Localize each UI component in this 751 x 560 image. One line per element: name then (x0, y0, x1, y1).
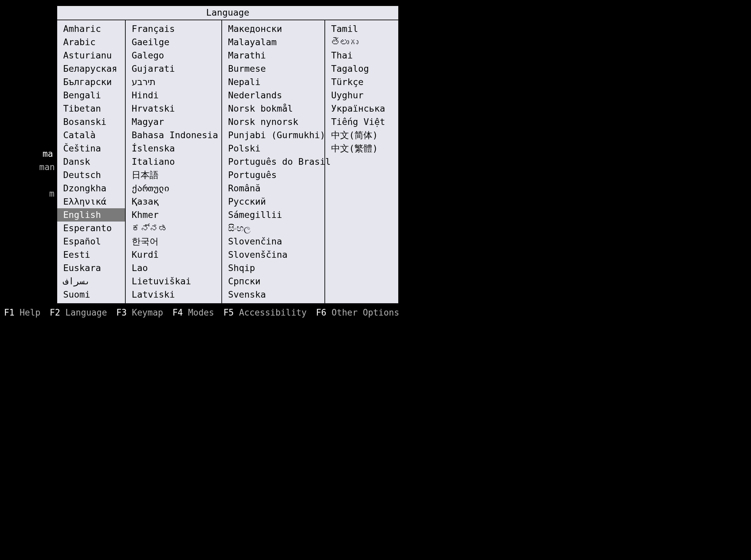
language-option[interactable]: తెలుగు (325, 36, 398, 49)
fkey-f6[interactable]: F6 Other Options (316, 307, 399, 318)
language-option[interactable]: Suomi (57, 288, 125, 301)
language-option[interactable]: Uyghur (325, 89, 398, 102)
language-option[interactable]: Tagalog (325, 62, 398, 75)
language-column: FrançaisGaeilgeGalegoGujaratiתירבעHindiH… (126, 20, 222, 303)
language-option[interactable]: Français (126, 22, 222, 36)
fkey-key: F6 (316, 307, 326, 318)
language-option[interactable]: Hrvatski (126, 102, 222, 115)
language-option[interactable]: සිංහල (222, 222, 325, 235)
language-option[interactable]: Српски (222, 275, 325, 288)
language-option[interactable]: Magyar (126, 115, 222, 128)
language-option[interactable]: Malayalam (222, 36, 325, 49)
fkey-f3[interactable]: F3 Keymap (116, 307, 163, 318)
language-option[interactable]: ىسراف (57, 275, 125, 288)
language-option[interactable]: Português (222, 168, 325, 182)
language-option[interactable]: Svenska (222, 288, 325, 301)
language-option[interactable]: Hindi (126, 89, 222, 102)
language-option[interactable]: 中文(简体) (325, 128, 398, 142)
language-option[interactable]: Marathi (222, 49, 325, 62)
fkey-key: F2 (50, 307, 60, 318)
language-dialog: Language AmharicArabicAsturianuБеларуска… (57, 5, 399, 304)
fkey-label: Language (60, 307, 107, 318)
language-option[interactable]: Tiếng Việt (325, 115, 398, 128)
language-option[interactable]: Arabic (57, 36, 125, 49)
language-option[interactable]: Русский (222, 195, 325, 208)
language-option[interactable]: Deutsch (57, 168, 125, 182)
language-option[interactable]: Punjabi (Gurmukhi) (222, 128, 325, 142)
language-column: TamilతెలుగుThaiTagalogTürkçeUyghurУкраїн… (325, 20, 398, 303)
fkey-label: Accessibility (234, 307, 307, 318)
language-option[interactable]: Esperanto (57, 222, 125, 235)
fkey-key: F1 (4, 307, 14, 318)
language-option[interactable]: Tibetan (57, 102, 125, 115)
language-option[interactable]: Bengali (57, 89, 125, 102)
bg-text: man (39, 162, 55, 172)
fkey-f4[interactable]: F4 Modes (173, 307, 214, 318)
language-option[interactable]: Sámegillii (222, 208, 325, 222)
fkey-f1[interactable]: F1 Help (4, 307, 41, 318)
language-option[interactable]: Polski (222, 142, 325, 155)
language-option[interactable]: Ελληνικά (57, 195, 125, 208)
language-option[interactable]: Português do Brasil (222, 155, 325, 168)
language-option[interactable]: Dansk (57, 155, 125, 168)
language-option[interactable]: Қазақ (126, 195, 222, 208)
language-option[interactable]: Nepali (222, 75, 325, 89)
bg-text: ma (42, 149, 53, 159)
language-option[interactable]: Kurdî (126, 248, 222, 261)
language-option[interactable]: Euskara (57, 261, 125, 275)
language-option[interactable]: 日本語 (126, 168, 222, 182)
language-option[interactable]: Română (222, 182, 325, 195)
fkey-key: F3 (116, 307, 127, 318)
language-option[interactable]: 한국어 (126, 235, 222, 248)
language-option[interactable]: Latviski (126, 288, 222, 301)
language-option[interactable]: Thai (325, 49, 398, 62)
fkey-key: F4 (173, 307, 183, 318)
language-option[interactable]: Italiano (126, 155, 222, 168)
language-option[interactable]: ქართული (126, 182, 222, 195)
language-option[interactable]: Galego (126, 49, 222, 62)
language-option[interactable]: Українська (325, 102, 398, 115)
language-option[interactable]: Türkçe (325, 75, 398, 89)
language-option[interactable]: Gaeilge (126, 36, 222, 49)
fkey-label: Keymap (127, 307, 163, 318)
language-option[interactable]: ಕನ್ನಡ (126, 222, 222, 235)
fkey-f2[interactable]: F2 Language (50, 307, 107, 318)
language-columns: AmharicArabicAsturianuБеларускаяБългарск… (57, 20, 398, 303)
fkey-label: Other Options (326, 307, 399, 318)
language-option[interactable]: Íslenska (126, 142, 222, 155)
bg-text: m (49, 189, 55, 199)
language-option[interactable]: 中文(繁體) (325, 142, 398, 155)
language-option[interactable]: Norsk bokmål (222, 102, 325, 115)
language-option[interactable]: Norsk nynorsk (222, 115, 325, 128)
fkey-bar: F1 HelpF2 LanguageF3 KeymapF4 ModesF5 Ac… (4, 307, 427, 318)
language-option[interactable]: Eesti (57, 248, 125, 261)
language-option[interactable]: Català (57, 128, 125, 142)
language-option[interactable]: Khmer (126, 208, 222, 222)
fkey-f5[interactable]: F5 Accessibility (224, 307, 307, 318)
language-option[interactable]: Shqip (222, 261, 325, 275)
language-option[interactable]: Bosanski (57, 115, 125, 128)
language-option[interactable]: Asturianu (57, 49, 125, 62)
fkey-label: Modes (183, 307, 214, 318)
language-option[interactable]: Dzongkha (57, 182, 125, 195)
language-option[interactable]: English (57, 208, 125, 222)
language-option[interactable]: Gujarati (126, 62, 222, 75)
language-option[interactable]: Lao (126, 261, 222, 275)
language-option[interactable]: Español (57, 235, 125, 248)
language-option[interactable]: Български (57, 75, 125, 89)
language-option[interactable]: תירבע (126, 75, 222, 89)
language-option[interactable]: Slovenščina (222, 248, 325, 261)
language-option[interactable]: Burmese (222, 62, 325, 75)
language-option[interactable]: Македонски (222, 22, 325, 36)
language-option[interactable]: Беларуская (57, 62, 125, 75)
language-option[interactable]: Bahasa Indonesia (126, 128, 222, 142)
fkey-label: Help (14, 307, 40, 318)
language-column: AmharicArabicAsturianuБеларускаяБългарск… (57, 20, 126, 303)
language-option[interactable]: Nederlands (222, 89, 325, 102)
language-option[interactable]: Lietuviškai (126, 275, 222, 288)
language-option[interactable]: Amharic (57, 22, 125, 36)
language-option[interactable]: Slovenčina (222, 235, 325, 248)
language-option[interactable]: Tamil (325, 22, 398, 36)
language-option[interactable]: Čeština (57, 142, 125, 155)
language-column: МакедонскиMalayalamMarathiBurmeseNepaliN… (222, 20, 325, 303)
